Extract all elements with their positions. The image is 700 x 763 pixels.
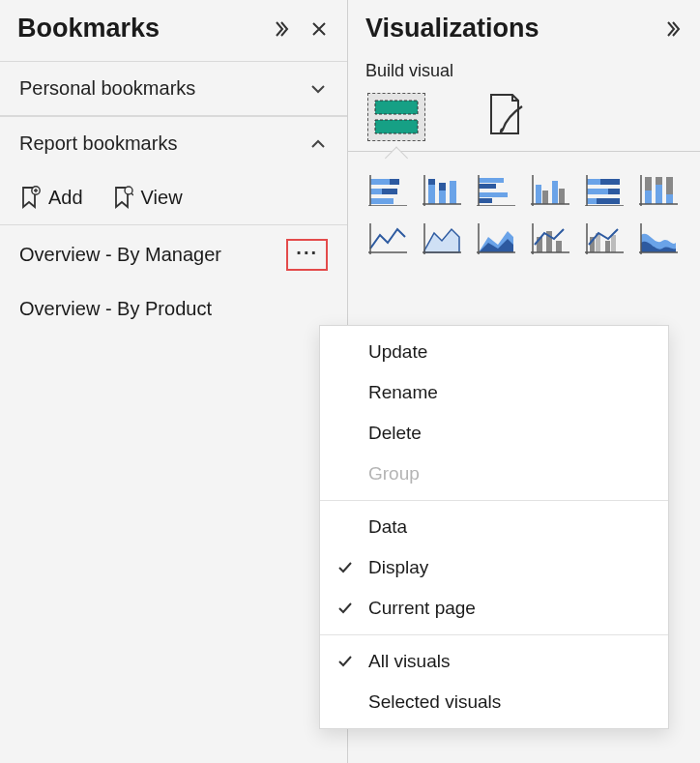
report-bookmarks-label: Report bookmarks [19,132,177,155]
menu-group: Group [320,454,668,494]
report-bookmarks-actions: Add View [0,170,347,225]
svg-rect-22 [587,179,600,185]
hundred-percent-bar-chart-icon[interactable] [584,173,625,208]
report-bookmarks-toggle[interactable]: Report bookmarks [0,117,347,170]
svg-rect-14 [479,178,504,183]
build-visual-label: Build visual [348,61,700,81]
chevron-up-icon [308,134,328,154]
svg-rect-24 [587,189,608,194]
add-label: Add [48,187,83,209]
collapse-panel-icon[interactable] [270,18,291,40]
chevron-down-icon [308,79,328,99]
svg-rect-31 [656,185,662,204]
line-chart-icon[interactable] [367,221,408,256]
menu-selected-visuals[interactable]: Selected visuals [320,682,668,722]
visualization-gallery [348,152,700,278]
menu-all-visuals[interactable]: All visuals [320,641,668,682]
stacked-bar-chart-icon[interactable] [367,173,408,208]
svg-rect-12 [439,183,446,191]
menu-update[interactable]: Update [320,332,668,372]
format-visual-tab[interactable] [483,91,526,151]
bookmarks-title: Bookmarks [17,14,160,44]
report-bookmarks-section: Report bookmarks Add View Overview - By … [0,116,347,334]
stacked-area-chart-icon[interactable] [476,221,516,256]
build-visual-tabs [348,81,700,152]
bookmark-item[interactable]: Overview - By Product [0,284,347,334]
svg-rect-9 [428,185,435,204]
personal-bookmarks-toggle[interactable]: Personal bookmarks [0,62,347,116]
hundred-percent-column-chart-icon[interactable] [638,173,679,208]
view-label: View [141,187,183,209]
line-clustered-column-chart-icon[interactable] [584,221,625,256]
bookmark-item-label: Overview - By Manager [19,244,221,266]
close-icon[interactable] [308,18,330,40]
svg-rect-16 [479,192,508,197]
svg-rect-18 [536,185,541,204]
clustered-bar-chart-icon[interactable] [476,173,516,208]
svg-rect-5 [390,179,399,185]
visualizations-title: Visualizations [365,14,540,44]
ribbon-chart-icon[interactable] [638,221,679,256]
svg-rect-29 [645,191,652,204]
svg-rect-26 [587,198,597,204]
more-options-icon[interactable]: ··· [286,239,328,271]
clustered-column-chart-icon[interactable] [530,173,570,208]
visualizations-header: Visualizations [348,0,700,61]
svg-rect-25 [608,189,620,194]
area-chart-icon[interactable] [422,221,462,256]
bookmark-view-icon [112,186,133,209]
menu-data[interactable]: Data [320,507,668,547]
personal-bookmarks-label: Personal bookmarks [19,77,195,100]
bookmarks-panel: Bookmarks Personal bookmarks Report book… [0,0,348,763]
collapse-panel-icon[interactable] [661,18,683,40]
bookmark-context-menu: Update Rename Delete Group Data Display … [319,325,669,729]
menu-display[interactable]: Display [320,547,668,588]
add-bookmark-button[interactable]: Add [19,186,83,209]
bookmark-item[interactable]: Overview - By Manager ··· [0,225,347,284]
svg-rect-17 [479,198,492,203]
menu-current-page[interactable]: Current page [320,588,668,629]
stacked-column-chart-icon[interactable] [422,173,462,208]
check-icon [335,654,355,669]
svg-rect-33 [666,194,673,204]
line-stacked-column-chart-icon[interactable] [530,221,570,256]
svg-rect-20 [552,181,558,204]
svg-rect-23 [600,179,620,185]
svg-rect-15 [479,184,496,189]
svg-rect-6 [370,189,382,194]
svg-rect-8 [370,198,394,204]
svg-point-1 [125,187,132,194]
view-bookmark-button[interactable]: View [112,186,183,209]
menu-delete[interactable]: Delete [320,413,668,454]
svg-rect-7 [382,189,397,194]
bookmark-add-icon [19,186,41,209]
svg-rect-39 [605,241,610,252]
svg-rect-3 [375,120,418,133]
check-icon [335,601,355,616]
svg-rect-13 [450,181,456,204]
build-visual-tab[interactable] [367,93,425,141]
svg-rect-19 [542,191,548,204]
svg-rect-21 [559,189,565,204]
svg-rect-4 [370,179,390,185]
svg-rect-40 [611,235,616,252]
bookmark-item-label: Overview - By Product [19,298,212,320]
personal-bookmarks-section: Personal bookmarks [0,61,347,116]
check-icon [335,560,355,575]
bookmarks-header-actions [270,18,330,40]
menu-rename[interactable]: Rename [320,372,668,413]
svg-rect-36 [556,241,562,252]
svg-rect-27 [597,198,620,204]
svg-rect-2 [375,101,418,114]
bookmarks-header: Bookmarks [0,0,347,61]
svg-rect-11 [439,191,446,204]
svg-rect-10 [428,179,435,185]
